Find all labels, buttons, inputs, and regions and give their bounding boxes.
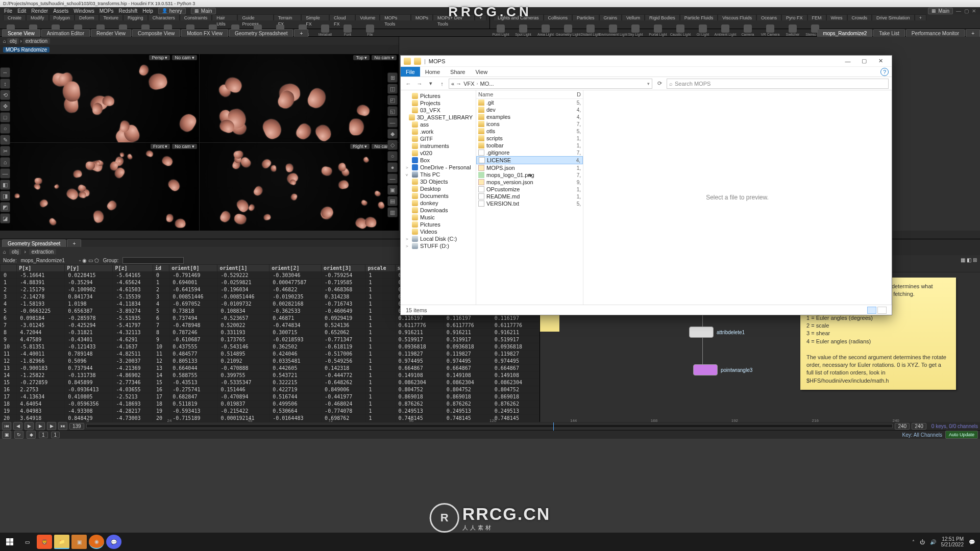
taskbar-brave[interactable]: 🦁 xyxy=(37,535,52,549)
shelf-left-tool-16[interactable]: File xyxy=(362,24,378,36)
shelf-right-tab-7[interactable]: Viscous Fluids xyxy=(718,14,756,20)
table-row[interactable]: 84.72044-0.31821-4.3211380.7872460.33119… xyxy=(1,329,540,336)
tree-item[interactable]: Pictures xyxy=(401,92,476,99)
key-mode[interactable]: Key: All Channels xyxy=(902,432,942,438)
shelf-left-tab-10[interactable]: Terrain FX xyxy=(274,14,302,20)
right-tool-9[interactable]: — xyxy=(387,173,398,184)
pane-tab-scene-view[interactable]: Scene View xyxy=(2,29,40,37)
netview-btn[interactable]: ◧ xyxy=(967,257,971,263)
column-header[interactable] xyxy=(1,265,17,272)
auto-update-button[interactable]: Auto Update xyxy=(945,431,978,439)
viewport-quad[interactable]: Persp ▾No cam ▾Top ▾No cam ▾Front ▾No ca… xyxy=(0,54,399,231)
user-display[interactable]: 👤 henry xyxy=(158,8,186,14)
ribbon-home[interactable]: Home xyxy=(420,67,445,77)
file-row[interactable]: mops_version.json9, xyxy=(476,179,583,186)
tray-volume-icon[interactable]: 🔊 xyxy=(930,539,936,545)
left-tool-13[interactable]: ◪ xyxy=(0,213,10,223)
shelf-right-tool-3[interactable]: Geometry Light xyxy=(560,24,576,36)
column-header[interactable]: orient[0] xyxy=(169,265,217,272)
pane-tab-performance-monitor[interactable]: Performance Monitor xyxy=(906,29,965,37)
add-lower-tab[interactable]: + xyxy=(67,239,81,247)
ribbon-help-icon[interactable]: ? xyxy=(880,68,889,76)
tree-item[interactable]: Projects xyxy=(401,99,476,107)
node-attribdelete1[interactable]: attribdelete1 xyxy=(689,327,745,338)
pane-tab-mops_randomize2[interactable]: mops_Randomize2 xyxy=(817,29,872,37)
table-row[interactable]: 60.098184-0.285978-5.5193560.737494-0.52… xyxy=(1,315,540,322)
tree-item[interactable]: Desktop xyxy=(401,185,476,192)
shelf-left-tool-14[interactable]: Metaball xyxy=(317,24,333,36)
shelf-right-tool-7[interactable]: Portal Light xyxy=(650,24,666,36)
tree-item[interactable]: 03_VFX xyxy=(401,107,476,114)
tray-network-icon[interactable]: ⏻ xyxy=(920,539,925,545)
netview-btn[interactable]: ⊞ xyxy=(973,257,977,263)
nav-forward-button[interactable]: → xyxy=(415,79,424,88)
realtime-toggle[interactable]: ▣ xyxy=(2,431,11,439)
column-header[interactable]: P[x] xyxy=(17,265,65,272)
shelf-right-tool-6[interactable]: Sky Light xyxy=(628,24,643,36)
shelf-left-tab-7[interactable]: Constraints xyxy=(180,14,212,20)
column-header[interactable]: P[y] xyxy=(65,265,113,272)
table-row[interactable]: 203.649180.848429-4.7300320-0.7151890.00… xyxy=(1,415,540,422)
tree-item[interactable]: >OneDrive - Personal xyxy=(401,164,476,171)
shelf-left-tab-12[interactable]: Cloud FX xyxy=(329,14,355,20)
right-tool-12[interactable]: ▥ xyxy=(387,207,398,217)
pane-tab-take-list[interactable]: Take List xyxy=(873,29,904,37)
pane-tab-composite-view[interactable]: Composite View xyxy=(132,29,180,37)
nav-history-button[interactable]: ▾ xyxy=(426,79,435,88)
viewport-persp[interactable]: Persp ▾No cam ▾ xyxy=(0,54,199,142)
shelf-right-tool-5[interactable]: Environment Light xyxy=(605,24,621,36)
tab-geometry-spreadsheet[interactable]: Geometry Spreadsheet xyxy=(2,239,66,247)
file-row[interactable]: .gitignore7, xyxy=(476,149,583,156)
range-start[interactable]: 1 xyxy=(39,432,48,438)
first-frame-button[interactable]: ⏮ xyxy=(2,422,11,430)
netview-btn[interactable]: ▦ xyxy=(961,257,965,263)
add-pane-tab-left[interactable]: + xyxy=(294,29,308,37)
explorer-close-button[interactable]: ✕ xyxy=(872,57,889,66)
tray-notifications-icon[interactable]: 💬 xyxy=(969,539,975,545)
table-row[interactable]: 194.04983-4.93308-4.2821719-0.593413-0.2… xyxy=(1,408,540,415)
shelf-right-tab-8[interactable]: Oceans xyxy=(756,14,781,20)
shelf-left-tab-1[interactable]: Modify xyxy=(26,14,49,20)
tree-item[interactable]: >Local Disk (C:) xyxy=(401,235,476,242)
shelf-left-tab-14[interactable]: MOPs Tools xyxy=(380,14,411,20)
tree-item[interactable]: ass xyxy=(401,121,476,128)
taskbar-houdini[interactable]: ◉ xyxy=(89,535,104,549)
menu-render[interactable]: Render xyxy=(31,8,48,14)
file-row[interactable]: OPcustomize1, xyxy=(476,186,583,193)
shelf-right-tool-9[interactable]: GI Light xyxy=(695,24,710,36)
search-box[interactable]: ⌕ Search MOPS xyxy=(667,79,889,89)
explorer-maximize-button[interactable]: ▢ xyxy=(856,57,872,66)
shelf-right-tab-3[interactable]: Grains xyxy=(599,14,622,20)
window-minimize-icon[interactable]: — xyxy=(956,8,961,14)
file-row[interactable]: dev4, xyxy=(476,106,583,113)
menu-redshift[interactable]: Redshift xyxy=(119,8,138,14)
shelf-right-tab-13[interactable]: Drive Simulation xyxy=(872,14,915,20)
table-row[interactable]: 10-5.81351-0.121433-4.1637100.437555-0.5… xyxy=(1,343,540,350)
shelf-right-tool-11[interactable]: Camera xyxy=(740,24,755,36)
file-row[interactable]: examples4, xyxy=(476,113,583,120)
system-tray[interactable]: ˄ ⏻ 🔊 12:51 PM 5/21/2022 💬 xyxy=(912,536,978,547)
tree-item[interactable]: 3D Objects xyxy=(401,178,476,185)
file-row[interactable]: otls5, xyxy=(476,128,583,135)
right-tool-11[interactable]: ▤ xyxy=(387,196,398,206)
left-tool-9[interactable]: — xyxy=(0,168,10,179)
end-frame1[interactable]: 240 xyxy=(895,423,910,430)
play-back-button[interactable]: ▶ xyxy=(24,422,34,430)
tree-item[interactable]: .work xyxy=(401,128,476,135)
table-row[interactable]: 94.47589-0.43401-4.62919-0.6106870.17376… xyxy=(1,336,540,343)
shelf-right-tool-8[interactable]: Caustic Light xyxy=(673,24,688,36)
desktop-switcher[interactable]: ▦ Main xyxy=(191,8,216,14)
tree-item[interactable]: vThis PC xyxy=(401,171,476,178)
node-pointwrangle3[interactable]: pointwrangle3 xyxy=(693,364,752,375)
table-row[interactable]: 15-0.2728590.845899-2.7734615-0.43513-0.… xyxy=(1,379,540,386)
left-tool-8[interactable]: ⌂ xyxy=(0,157,10,167)
task-view-button[interactable]: ▭ xyxy=(19,535,35,549)
time-handle[interactable] xyxy=(553,422,554,431)
tree-item[interactable]: Downloads xyxy=(401,207,476,214)
refresh-button[interactable]: ⟳ xyxy=(654,79,665,89)
tree-item[interactable]: Box xyxy=(401,157,476,164)
file-row[interactable]: mops_logo_01.png7, xyxy=(476,171,583,179)
tree-item[interactable]: >STUFF (D:) xyxy=(401,242,476,249)
shelf-left-tab-0[interactable]: Create xyxy=(3,14,26,20)
file-row[interactable]: VERSION.txt5, xyxy=(476,200,583,207)
